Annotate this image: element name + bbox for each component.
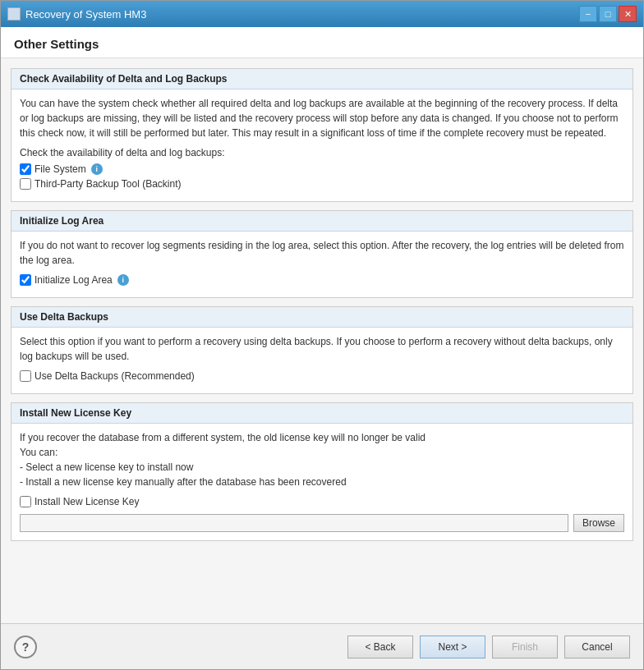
info-icon-initlog[interactable]: i [117,274,129,286]
cancel-button[interactable]: Cancel [564,636,630,659]
checkbox-row-license: Install New License Key [20,496,624,507]
checkbox-thirdparty[interactable] [20,178,31,190]
checkbox-deltabk-label[interactable]: Use Delta Backups (Recommended) [34,370,195,382]
finish-button[interactable]: Finish [492,636,558,659]
section-initialize-log-header: Initialize Log Area [12,211,632,232]
section-initialize-log: Initialize Log Area If you do not want t… [11,210,633,298]
checkbox-thirdparty-label[interactable]: Third-Party Backup Tool (Backint) [34,178,182,190]
section-delta-backups-description: Select this option if you want to perfor… [20,334,624,364]
title-bar-left: Recovery of System HM3 [7,7,146,21]
scrollable-content[interactable]: Check Availability of Delta and Log Back… [1,58,643,623]
footer-right: < Back Next > Finish Cancel [347,636,630,659]
section-initialize-log-description: If you do not want to recover log segmen… [20,238,624,268]
browse-row: Browse [20,514,624,532]
checkbox-license[interactable] [20,496,31,507]
section-delta-backups-body: Select this option if you want to perfor… [12,328,632,393]
section-delta-log-sublabel: Check the availability of delta and log … [20,147,624,158]
footer-left: ? [14,636,37,659]
section-initialize-log-body: If you do not want to recover log segmen… [12,232,632,297]
section-license-key-header: Install New License Key [12,403,632,424]
checkbox-row-initlog: Initialize Log Area i [20,274,624,286]
page-title: Other Settings [14,37,630,51]
title-bar-buttons: − □ ✕ [579,6,637,22]
section-delta-log-body: You can have the system check whether al… [12,89,632,201]
help-button[interactable]: ? [14,636,37,659]
content-area: Check Availability of Delta and Log Back… [1,58,643,623]
checkbox-filesystem[interactable] [20,163,31,175]
checkbox-license-label[interactable]: Install New License Key [34,496,139,507]
back-button[interactable]: < Back [347,636,413,659]
maximize-button[interactable]: □ [599,6,617,22]
minimize-button[interactable]: − [579,6,597,22]
checkbox-deltabk[interactable] [20,370,31,382]
app-icon [7,7,21,21]
browse-button[interactable]: Browse [573,514,624,532]
section-delta-backups-header: Use Delta Backups [12,307,632,328]
checkbox-initlog[interactable] [20,274,31,286]
section-license-key: Install New License Key If you recover t… [11,402,633,541]
checkbox-row-deltabk: Use Delta Backups (Recommended) [20,370,624,382]
next-button[interactable]: Next > [420,636,485,659]
section-delta-backups: Use Delta Backups Select this option if … [11,306,633,394]
checkbox-filesystem-label[interactable]: File System [34,163,86,175]
window-title: Recovery of System HM3 [25,8,146,21]
checkbox-row-filesystem: File System i [20,163,624,175]
title-bar: Recovery of System HM3 − □ ✕ [1,1,643,27]
close-button[interactable]: ✕ [619,6,637,22]
section-delta-log: Check Availability of Delta and Log Back… [11,68,633,202]
main-window: Recovery of System HM3 − □ ✕ Other Setti… [0,0,644,670]
checkbox-initlog-label[interactable]: Initialize Log Area [34,274,113,286]
info-icon-filesystem[interactable]: i [91,163,103,175]
footer: ? < Back Next > Finish Cancel [1,623,643,669]
license-key-input[interactable] [20,514,568,532]
checkbox-row-thirdparty: Third-Party Backup Tool (Backint) [20,178,624,190]
section-delta-log-header: Check Availability of Delta and Log Back… [12,69,632,89]
section-license-key-description: If you recover the database from a diffe… [20,430,624,489]
page-header: Other Settings [1,27,643,58]
section-license-key-body: If you recover the database from a diffe… [12,424,632,540]
section-delta-log-description: You can have the system check whether al… [20,96,624,140]
